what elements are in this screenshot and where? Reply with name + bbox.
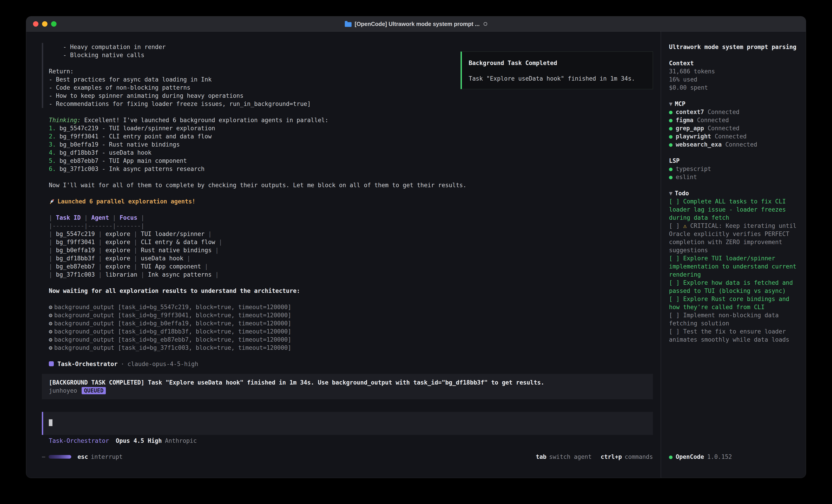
- table-row: | bg_eb87ebb7 | explore | TUI App compon…: [49, 262, 653, 271]
- close-button[interactable]: [33, 21, 38, 27]
- text-cursor: [49, 419, 52, 426]
- app-name: OpenCode: [676, 453, 704, 460]
- thinking-label: Thinking:: [49, 117, 81, 123]
- launch-banner: Launched 6 parallel exploration agents!: [42, 197, 653, 205]
- window-title: [OpenCode] Ultrawork mode system prompt …: [345, 21, 488, 27]
- todo-item: [ ] Implement non-blocking data fetching…: [669, 311, 802, 328]
- agent-list-item: 5. bg_eb87ebb7 - TUI App main component: [49, 157, 653, 165]
- table-row: | bg_f9ff3041 | explore | CLI entry & da…: [49, 238, 653, 246]
- table-row: | bg_5547c219 | explore | TUI loader/spi…: [49, 230, 653, 238]
- tool-result-line: - Recommendations for fixing loader free…: [49, 100, 653, 108]
- lsp-item: ●eslint: [669, 173, 802, 181]
- thinking-intro: Thinking: Excellent! I've launched 6 bac…: [49, 116, 653, 124]
- status-dot-icon: ●: [669, 117, 673, 123]
- agent-list-item: 2. bg_f9ff3041 - CLI entry point and dat…: [49, 132, 653, 140]
- status-dot-icon: ●: [669, 133, 673, 140]
- chevron-down-icon: ▼: [669, 190, 673, 197]
- gear-icon: ⚙: [49, 336, 52, 343]
- terminal-main: Background Task Completed Task "Explore …: [26, 32, 660, 478]
- esc-key-hint: esc: [78, 453, 88, 461]
- ctrlp-key-hint: ctrl+p: [601, 453, 622, 461]
- context-tokens: 31,686 tokens: [669, 67, 802, 76]
- agent-list-item: 6. bg_37f1c003 - Ink async patterns rese…: [49, 165, 653, 173]
- agent-list-item: 1. bg_5547c219 - TUI loader/spinner expl…: [49, 124, 653, 132]
- zoom-button[interactable]: [51, 21, 56, 27]
- agent-square-icon: [49, 361, 54, 366]
- status-dot-icon: ●: [669, 166, 673, 172]
- tool-result-line: - Heavy computation in render: [49, 43, 653, 51]
- minimize-button[interactable]: [42, 21, 48, 27]
- status-bar: ⋯ esc interrupt tabswitch agentctrl+pcom…: [42, 453, 653, 461]
- table-row: | bg_37f1c003 | librarian | Ink async pa…: [49, 271, 653, 279]
- orchestrator-header: Task-Orchestrator·claude-opus-4-5-high: [42, 360, 653, 368]
- toast-title: Background Task Completed: [469, 59, 646, 67]
- gear-icon: ⚙: [49, 328, 52, 335]
- agent-list-item: 3. bg_b0effa19 - Rust native bindings: [49, 140, 653, 148]
- gear-icon: ⚙: [49, 320, 52, 327]
- completed-message-text: [BACKGROUND TASK COMPLETED] Task "Explor…: [49, 379, 646, 387]
- tool-result-line: - How to keep spinner animating during h…: [49, 92, 653, 100]
- window-body: Background Task Completed Task "Explore …: [26, 32, 806, 478]
- waiting-note: Now waiting for all exploration results …: [42, 287, 653, 295]
- sidebar: Ultrawork mode system prompt parsing Con…: [660, 32, 806, 478]
- mcp-item: ●playwrightConnected: [669, 132, 802, 140]
- mcp-heading[interactable]: ▼MCP: [669, 100, 802, 108]
- todo-item: [ ] ⚠ CRITICAL: Keep iterating until Ora…: [669, 222, 802, 254]
- todo-heading[interactable]: ▼Todo: [669, 189, 802, 197]
- gear-icon: ⚙: [49, 344, 52, 351]
- tool-call-line: ⚙background_output [task_id=bg_b0effa19,…: [49, 319, 653, 328]
- mcp-item: ●grep_appConnected: [669, 124, 802, 132]
- tool-call-line: ⚙background_output [task_id=bg_f9ff3041,…: [49, 311, 653, 319]
- mcp-item: ●figmaConnected: [669, 116, 802, 124]
- spinner-dots-icon: ⋯: [42, 453, 46, 461]
- status-dot-icon: ●: [669, 174, 673, 180]
- mcp-item: ●context7Connected: [669, 108, 802, 116]
- status-dot-icon: ●: [669, 109, 673, 115]
- status-dot-icon: ●: [669, 453, 673, 460]
- rocket-icon: [49, 198, 55, 204]
- background-task-toast: Background Task Completed Task "Explore …: [461, 52, 653, 89]
- sidebar-footer: ●OpenCode1.0.152: [669, 453, 732, 461]
- prompt-input[interactable]: [42, 412, 653, 435]
- tool-call-line: ⚙background_output [task_id=bg_37f1c003,…: [49, 344, 653, 352]
- status-dot-icon: ●: [669, 141, 673, 148]
- gear-icon: ⚙: [49, 312, 52, 318]
- tool-call-line: ⚙background_output [task_id=bg_5547c219,…: [49, 303, 653, 311]
- table-header-row: | Task ID | Agent | Focus |: [49, 214, 653, 222]
- completed-message-meta: junhoyeoQUEUED: [49, 387, 646, 395]
- todo-item: [ ] Explore TUI loader/spinner implement…: [669, 254, 802, 279]
- queued-badge: QUEUED: [82, 387, 106, 394]
- table-row: | bg_b0effa19 | explore | Rust native bi…: [49, 246, 653, 254]
- window-title-text: [OpenCode] Ultrawork mode system prompt …: [355, 21, 480, 27]
- tool-call-block: ⚙background_output [task_id=bg_5547c219,…: [42, 303, 653, 352]
- thinking-block: Thinking: Excellent! I've launched 6 bac…: [42, 116, 653, 173]
- editor-agent-line: Task-OrchestratorOpus 4.5 HighAnthropic: [42, 437, 653, 445]
- terminal-window: [OpenCode] Ultrawork mode system prompt …: [26, 16, 806, 478]
- toast-body: Task "Explore useData hook" finished in …: [469, 75, 646, 83]
- wait-note: Now I'll wait for all of them to complet…: [42, 181, 653, 189]
- progress-bar: [49, 455, 71, 458]
- todo-item: [ ] Test the fix to ensure loader animat…: [669, 328, 802, 344]
- background-completed-message: [BACKGROUND TASK COMPLETED] Task "Explor…: [42, 374, 653, 399]
- status-dot-icon: ●: [669, 125, 673, 132]
- context-heading: Context: [669, 59, 802, 67]
- table-separator-row: |---------|-------|-------|: [49, 222, 653, 230]
- warning-icon: ⚠: [683, 222, 687, 229]
- todo-item: [ ] Complete ALL tasks to fix CLI loader…: [669, 197, 802, 222]
- lsp-item: ●typescript: [669, 165, 802, 173]
- sidebar-title: Ultrawork mode system prompt parsing: [669, 43, 802, 51]
- chevron-down-icon: ▼: [669, 101, 673, 107]
- username: junhoyeo: [49, 387, 77, 394]
- folder-icon: [345, 22, 352, 27]
- task-table: | Task ID | Agent | Focus | |---------|-…: [42, 214, 653, 279]
- app-version: 1.0.152: [707, 453, 732, 460]
- traffic-lights: [33, 17, 56, 31]
- table-row: | bg_df18bb3f | explore | useData hook |: [49, 254, 653, 262]
- context-spent: $0.00 spent: [669, 84, 802, 92]
- mcp-item: ●websearch_exaConnected: [669, 140, 802, 148]
- status-circle-icon: [484, 22, 487, 26]
- todo-item: [ ] Explore Rust core bindings and how t…: [669, 295, 802, 311]
- titlebar[interactable]: [OpenCode] Ultrawork mode system prompt …: [26, 17, 806, 32]
- tab-key-hint: tab: [536, 453, 546, 461]
- lsp-heading: LSP: [669, 157, 802, 165]
